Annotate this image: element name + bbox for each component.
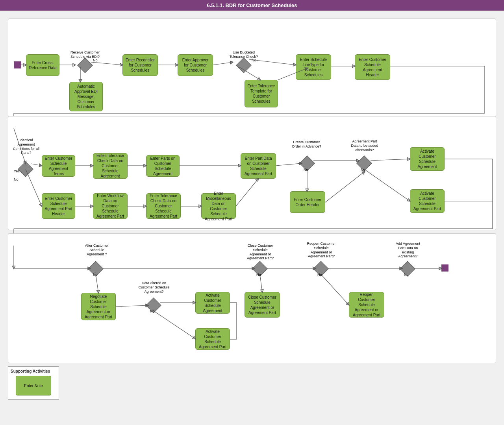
identical-diamond <box>18 161 33 177</box>
close-q-label: Close Customer Schedule Agreement or Agr… <box>245 244 276 261</box>
csa-part-header-box: Enter Customer Schedule Agreement Part H… <box>42 193 75 219</box>
negotiate-box: Negotiate Customer Schedule Agreement or… <box>81 293 116 320</box>
svg-line-27 <box>325 172 365 202</box>
svg-line-41 <box>154 311 195 339</box>
activate-csa2-box: Activate Customer Schedule Agreement <box>195 292 230 314</box>
svg-line-24 <box>276 163 302 166</box>
reopen-csa-box: Reopen Customer Schedule Agreement or Ag… <box>349 292 384 318</box>
tol-check-csa-box: Enter Tolerance Check Data on Customer S… <box>93 153 128 179</box>
bucketed-diamond <box>236 57 252 73</box>
svg-line-46 <box>260 274 262 292</box>
alter-q-label: Alter Customer Schedule Agreement ? <box>81 244 113 256</box>
section1: Enter Cross-Reference Data Receive Custo… <box>8 18 496 117</box>
svg-line-15 <box>31 164 42 166</box>
receive-edi-label: Receive Customer Schedule via EDI? No <box>69 50 101 60</box>
agr-part-q-label: Agreement Part Data to be added afterwar… <box>349 139 380 152</box>
svg-line-6 <box>249 59 296 65</box>
approver-box: Enter Approver for Customer Schedules <box>178 54 213 76</box>
csa-header-box: Enter Customer Schedule Agreement Header <box>355 54 390 80</box>
workflow-csa-part-box: Enter Workflow Data on Customer Schedule… <box>93 193 128 219</box>
legend-title: Supporting Activities <box>11 369 56 373</box>
page-container: 6.5.1.1. BDR for Customer Schedules Ente… <box>0 0 504 425</box>
reconciler-box: Enter Reconciler for Customer Schedules <box>122 54 158 76</box>
tol-template-box: Enter Tolerance Template for Customer Sc… <box>245 80 278 107</box>
create-co-q-label: Create Customer Order in Advance? <box>292 140 321 149</box>
svg-line-48 <box>321 274 349 305</box>
svg-line-38 <box>96 274 98 293</box>
legend-box: Supporting Activities Enter Note <box>8 366 59 400</box>
section2: Identical Agreement Conditions for all P… <box>8 116 496 230</box>
activate-csa-box: Activate Customer Schedule Agreement <box>410 147 445 171</box>
identical-q-label: Identical Agreement Conditions for all P… <box>11 138 41 155</box>
bucketed-tol-label: Use Bucketed Tolerance Check? No <box>228 50 259 60</box>
legend-item: Enter Note <box>16 376 51 395</box>
schedule-linetype-box: Enter Schedule LineType for Customer Sch… <box>296 54 331 80</box>
reopen-q-label: Reopen Customer Schedule Agreement or Ag… <box>306 242 337 259</box>
svg-line-5 <box>213 62 233 65</box>
auto-approval-box: Automatic Approval EDI Message, Customer… <box>69 82 103 111</box>
activate-csa-part2-box: Activate Customer Schedule Agreement Par… <box>195 328 230 350</box>
start-square <box>14 61 21 68</box>
co-header-box: Enter Customer Order Header <box>290 191 325 213</box>
data-altered-q-label: Data Altered on Customer Schedule Agreem… <box>138 281 170 294</box>
svg-line-39 <box>116 305 148 307</box>
tol-check-csa-part-box: Enter Tolerance Check Data on Customer S… <box>146 193 181 219</box>
section3: Alter Customer Schedule Agreement ? No N… <box>8 233 496 363</box>
svg-line-16 <box>26 169 42 206</box>
svg-line-28 <box>371 159 410 161</box>
page-title: 6.5.1.1. BDR for Customer Schedules <box>207 2 297 8</box>
svg-line-23 <box>236 179 258 206</box>
cross-ref-box: Enter Cross-Reference Data <box>26 54 59 76</box>
diagram-area: Enter Cross-Reference Data Receive Custo… <box>0 11 504 420</box>
svg-line-29 <box>364 169 410 201</box>
parts-csa-box: Enter Parts on Customer Schedule Agreeme… <box>146 155 180 177</box>
misc-csa-part-box: Enter Miscellaneous Data on Customer Sch… <box>201 193 236 219</box>
csa-terms-box: Enter Customer Schedule Agreement Terms <box>42 155 75 177</box>
part-data-csa-part-box: Enter Part Data on Customer Schedule Agr… <box>241 153 276 179</box>
add-agr-q-label: Add Agreement Part Data on existing Agre… <box>392 242 424 259</box>
svg-line-2 <box>91 62 122 65</box>
activate-csa-part-box: Activate Customer Schedule Agreement Par… <box>410 189 445 213</box>
title-bar: 6.5.1.1. BDR for Customer Schedules <box>0 0 504 11</box>
end-square <box>441 264 448 272</box>
receive-edi-diamond <box>77 57 93 73</box>
close-csa-box: Close Customer Schedule Agreement or Agr… <box>245 292 280 318</box>
